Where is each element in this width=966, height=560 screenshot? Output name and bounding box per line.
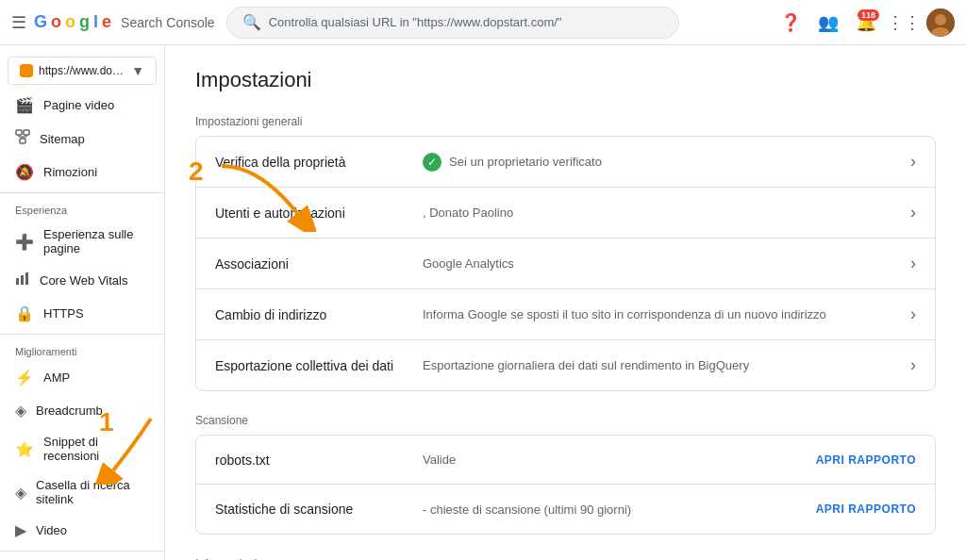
- row-chevron-icon: ›: [910, 305, 916, 324]
- sidebar-section-miglioramenti: Miglioramenti: [0, 338, 164, 361]
- sidebar-item-amp[interactable]: ⚡ AMP: [0, 361, 157, 394]
- avatar[interactable]: [926, 8, 955, 37]
- sidebar-item-https[interactable]: 🔒 HTTPS: [0, 297, 157, 330]
- row-statistiche-scansione[interactable]: Statistiche di scansione - chieste di sc…: [196, 485, 935, 534]
- row-label: Esportazione collettiva dei dati: [215, 358, 423, 373]
- play-icon: ▶: [15, 521, 26, 539]
- row-cambio-indirizzo[interactable]: Cambio di indirizzo Informa Google se sp…: [196, 289, 935, 340]
- row-value-text: Valide: [423, 453, 456, 467]
- sidebar-item-sitemap[interactable]: Sitemap: [0, 122, 157, 156]
- row-associazioni[interactable]: Associazioni Google Analytics ›: [196, 239, 935, 289]
- people-icon[interactable]: 👥: [813, 8, 843, 38]
- svg-rect-11: [21, 275, 24, 285]
- sidebar-item-casella-sitelink[interactable]: ◈ Casella di ricerca sitelink: [0, 470, 157, 514]
- svg-rect-10: [16, 278, 19, 285]
- row-esportazione-dati[interactable]: Esportazione collettiva dei dati Esporta…: [196, 340, 935, 390]
- svg-rect-4: [24, 130, 29, 135]
- page-title: Impostazioni: [195, 68, 936, 92]
- sidebar-label: Breadcrumb: [36, 404, 103, 418]
- row-action-button[interactable]: APRI RAPPORTO: [816, 502, 916, 516]
- svg-rect-5: [20, 139, 25, 143]
- row-value: Valide: [423, 453, 816, 467]
- sidebar-item-snippet-recensioni[interactable]: ⭐ Snippet di recensioni: [0, 427, 157, 470]
- sidebar-label: Core Web Vitals: [40, 273, 127, 288]
- row-chevron-icon: ›: [910, 355, 916, 375]
- breadcrumb-icon: ◈: [15, 402, 26, 420]
- notifications-icon[interactable]: 🔔 118: [851, 8, 881, 38]
- app-name-label: Search Console: [121, 15, 215, 30]
- row-chevron-icon: ›: [910, 203, 916, 222]
- sidebar-label: Rimozioni: [43, 165, 97, 179]
- row-value-text: Google Analytics: [423, 256, 514, 271]
- sidebar-item-esperienza-pagine[interactable]: ➕ Esperienza sulle pagine: [0, 220, 157, 263]
- row-utenti-autorizzazioni[interactable]: Utenti e autorizzazioni , Donato Paolino…: [196, 188, 935, 239]
- row-value-text: - chieste di scansione (ultimi 90 giorni…: [423, 502, 631, 517]
- sidebar-label: AMP: [43, 371, 70, 385]
- sidebar-section-sicurezza: Sicurezza e azioni manuali: [0, 555, 164, 560]
- plus-icon: ➕: [15, 233, 34, 251]
- annotation-number-2: 2: [189, 156, 204, 187]
- sidebar-item-core-web-vitals[interactable]: Core Web Vitals: [0, 263, 157, 297]
- hamburger-icon[interactable]: ☰: [11, 12, 26, 33]
- section-title-generali: Impostazioni generali: [195, 115, 936, 128]
- sidebar-item-breadcrumb[interactable]: ◈ Breadcrumb: [0, 394, 157, 427]
- section-title-scansione: Scansione: [195, 414, 936, 427]
- video-icon: 🎬: [15, 96, 34, 114]
- annotation-number-1: 1: [99, 407, 114, 437]
- help-icon[interactable]: ❓: [775, 8, 806, 38]
- remove-icon: 🔕: [15, 163, 34, 181]
- sidebar-section-esperienza: Esperienza: [0, 197, 164, 220]
- verified-icon: ✓: [423, 153, 441, 172]
- sidebar-item-rimozioni[interactable]: 🔕 Rimozioni: [0, 156, 157, 189]
- svg-rect-3: [16, 130, 22, 135]
- row-label: Statistiche di scansione: [215, 502, 423, 517]
- row-value: - chieste di scansione (ultimi 90 giorni…: [423, 502, 816, 517]
- sidebar-divider-3: [0, 551, 164, 552]
- row-value-text: Esportazione giornaliera dei dati sul re…: [423, 358, 749, 372]
- search-bar[interactable]: 🔍 Controlla qualsiasi URL in "https://ww…: [226, 7, 679, 39]
- header-left: ☰ Google Search Console: [11, 12, 215, 33]
- lock-icon: 🔒: [15, 305, 34, 322]
- sidebar-label: Pagine video: [43, 98, 114, 112]
- app-header: ☰ Google Search Console 🔍 Controlla qual…: [0, 0, 966, 45]
- chart-icon: [15, 271, 30, 289]
- row-verifica-proprieta[interactable]: Verifica della proprietà ✓ Sei un propri…: [196, 137, 935, 188]
- property-selector[interactable]: https://www.dopsta... ▼: [8, 57, 157, 85]
- row-label: Utenti e autorizzazioni: [215, 206, 423, 221]
- sidebar-label: Video: [36, 523, 67, 537]
- property-name: https://www.dopsta...: [39, 64, 125, 77]
- row-robots-txt[interactable]: robots.txt Valide APRI RAPPORTO: [196, 436, 935, 485]
- row-value-text: Sei un proprietario verificato: [449, 155, 602, 169]
- row-value: Esportazione giornaliera dei dati sul re…: [423, 358, 903, 372]
- google-logo: Google: [34, 12, 111, 32]
- sitemap-icon: [15, 129, 30, 148]
- svg-rect-12: [25, 272, 28, 285]
- sidebar: https://www.dopsta... ▼ 🎬 Pagine video S: [0, 45, 165, 560]
- header-right: ❓ 👥 🔔 118 ⋮⋮: [775, 8, 955, 38]
- sidebar-divider-2: [0, 334, 164, 335]
- row-label: robots.txt: [215, 453, 423, 468]
- sidebar-divider: [0, 192, 164, 193]
- sidebar-item-video[interactable]: ▶ Video: [0, 514, 157, 547]
- sidebar-label: Snippet di recensioni: [43, 435, 142, 463]
- outer-container: https://www.dopsta... ▼ 🎬 Pagine video S: [0, 45, 966, 560]
- sitelink-icon: ◈: [15, 484, 26, 502]
- apps-icon[interactable]: ⋮⋮: [889, 8, 919, 38]
- search-icon: 🔍: [242, 13, 261, 31]
- main-content: Impostazioni Impostazioni generali Verif…: [165, 45, 966, 560]
- row-value: Informa Google se sposti il tuo sito in …: [423, 307, 903, 321]
- card-generali: Verifica della proprietà ✓ Sei un propri…: [195, 136, 936, 391]
- amp-icon: ⚡: [15, 369, 34, 387]
- row-value: ✓ Sei un proprietario verificato: [423, 153, 903, 172]
- row-label: Cambio di indirizzo: [215, 307, 423, 322]
- row-value-text: , Donato Paolino: [423, 206, 513, 220]
- row-chevron-icon: ›: [910, 152, 916, 172]
- row-value-text: Informa Google se sposti il tuo sito in …: [423, 307, 826, 321]
- row-label: Associazioni: [215, 256, 423, 272]
- row-action-button[interactable]: APRI RAPPORTO: [816, 453, 916, 467]
- search-placeholder: Controlla qualsiasi URL in "https://www.…: [269, 15, 663, 29]
- sidebar-label: Esperienza sulle pagine: [43, 227, 142, 255]
- sidebar-item-pagine-video[interactable]: 🎬 Pagine video: [0, 89, 157, 122]
- row-value: Google Analytics: [423, 256, 903, 271]
- notifications-badge: 118: [858, 9, 879, 21]
